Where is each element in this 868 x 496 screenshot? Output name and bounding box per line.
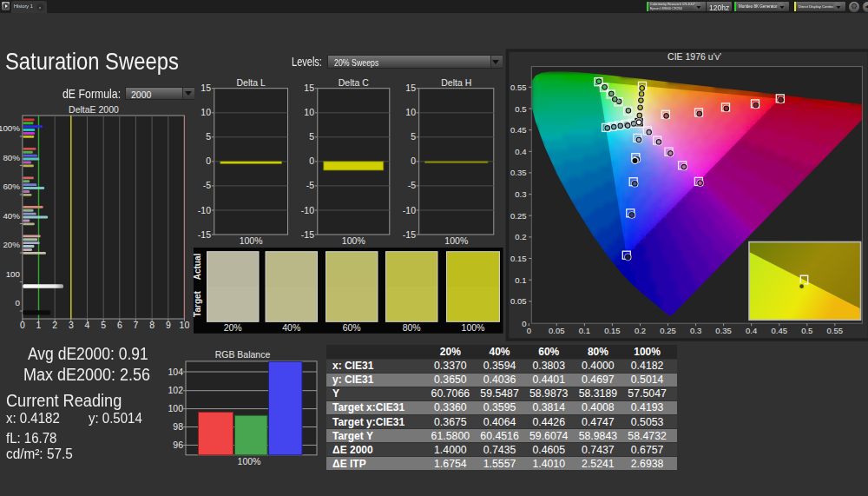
svg-text:0.35: 0.35 [510, 168, 527, 177]
svg-text:80%: 80% [3, 153, 20, 162]
svg-text:-5: -5 [306, 180, 314, 190]
svg-text:0.2: 0.2 [515, 232, 526, 241]
svg-text:0.25: 0.25 [660, 326, 676, 335]
svg-text:-10: -10 [403, 205, 416, 215]
svg-text:-5: -5 [203, 180, 211, 190]
svg-text:0.5: 0.5 [801, 326, 812, 335]
svg-text:0.55: 0.55 [510, 83, 527, 92]
svg-text:RGB Balance: RGB Balance [215, 349, 271, 360]
svg-text:0.35: 0.35 [715, 326, 732, 335]
svg-text:104: 104 [168, 367, 183, 377]
svg-text:0.05: 0.05 [510, 296, 527, 306]
svg-text:96: 96 [173, 440, 183, 450]
svg-text:10: 10 [405, 107, 416, 117]
svg-text:0: 0 [309, 155, 314, 166]
svg-text:Delta L: Delta L [236, 77, 265, 88]
svg-text:-5: -5 [408, 180, 416, 190]
svg-text:0.45: 0.45 [510, 125, 527, 135]
svg-text:0.25: 0.25 [510, 211, 527, 221]
svg-text:100%: 100% [462, 322, 485, 333]
svg-text:0: 0 [411, 155, 416, 166]
svg-text:0.45: 0.45 [772, 326, 788, 335]
svg-text:100%: 100% [0, 123, 20, 133]
svg-text:15: 15 [405, 83, 416, 93]
svg-text:15: 15 [304, 83, 314, 93]
svg-text:0.55: 0.55 [827, 326, 844, 335]
svg-text:100: 100 [168, 403, 183, 413]
svg-text:20%: 20% [3, 240, 20, 249]
svg-text:80%: 80% [403, 322, 421, 333]
svg-text:Delta H: Delta H [441, 77, 471, 88]
svg-text:0.05: 0.05 [549, 326, 565, 335]
svg-text:CIE 1976 u'v': CIE 1976 u'v' [667, 51, 721, 62]
svg-text:15: 15 [201, 83, 211, 93]
svg-text:-15: -15 [403, 229, 416, 240]
svg-text:40%: 40% [282, 322, 300, 333]
svg-text:Delta C: Delta C [339, 77, 369, 88]
svg-text:0: 0 [527, 326, 531, 335]
svg-text:100%: 100% [342, 235, 365, 246]
svg-text:0.4: 0.4 [746, 326, 757, 335]
svg-text:0.1: 0.1 [579, 326, 590, 335]
svg-text:-15: -15 [301, 229, 314, 240]
svg-text:60%: 60% [343, 322, 361, 333]
svg-text:5: 5 [206, 131, 211, 142]
svg-text:0: 0 [16, 298, 21, 308]
svg-text:100%: 100% [444, 235, 468, 246]
svg-text:0.5: 0.5 [515, 104, 526, 114]
svg-text:Target: Target [193, 290, 202, 316]
svg-text:-10: -10 [301, 205, 314, 215]
svg-text:100%: 100% [240, 235, 263, 246]
svg-text:0.3: 0.3 [690, 326, 701, 335]
svg-text:100%: 100% [238, 456, 261, 466]
svg-text:-15: -15 [198, 229, 211, 240]
svg-text:0.3: 0.3 [515, 189, 526, 199]
svg-text:102: 102 [168, 385, 183, 395]
svg-text:98: 98 [173, 421, 183, 432]
svg-text:0.4: 0.4 [515, 147, 526, 156]
svg-text:0.2: 0.2 [635, 326, 646, 335]
svg-text:0: 0 [206, 155, 211, 166]
svg-text:5: 5 [411, 131, 416, 142]
svg-text:60%: 60% [3, 182, 20, 191]
svg-text:0.15: 0.15 [604, 326, 621, 335]
svg-text:20%: 20% [224, 322, 242, 333]
svg-text:Actual: Actual [193, 253, 202, 280]
svg-text:10: 10 [201, 107, 211, 117]
svg-text:-10: -10 [198, 205, 211, 215]
svg-text:0.1: 0.1 [515, 275, 526, 285]
svg-text:100: 100 [6, 269, 21, 279]
svg-text:0.15: 0.15 [510, 254, 527, 263]
svg-text:10: 10 [304, 107, 314, 117]
svg-text:5: 5 [309, 131, 314, 142]
svg-text:DeltaE 2000: DeltaE 2000 [69, 104, 119, 115]
svg-text:40%: 40% [3, 211, 20, 221]
